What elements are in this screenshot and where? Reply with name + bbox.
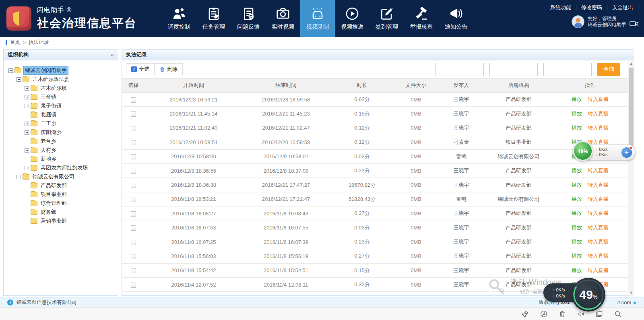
bottom-toolbar-icon[interactable] bbox=[595, 310, 603, 318]
tree-node-label[interactable]: 三台镇 bbox=[39, 93, 58, 101]
play-link[interactable]: 播放 bbox=[572, 253, 582, 259]
row-checkbox[interactable] bbox=[131, 240, 136, 245]
breadcrumb-home[interactable]: 首页 bbox=[10, 39, 20, 46]
bottom-toolbar-icon[interactable] bbox=[614, 310, 622, 318]
tree-node-label[interactable]: 兵团农六师红旗农场 bbox=[39, 164, 89, 172]
tree-expander-icon[interactable] bbox=[25, 104, 29, 108]
play-link[interactable]: 播放 bbox=[572, 196, 582, 202]
to-live-link[interactable]: 转入直播 bbox=[588, 125, 609, 131]
nav-item[interactable]: 视频录制 bbox=[300, 0, 335, 37]
to-live-link[interactable]: 转入直播 bbox=[588, 267, 609, 273]
query-button[interactable]: 查询 bbox=[597, 63, 620, 76]
play-link[interactable]: 播放 bbox=[572, 111, 582, 117]
tree-expander-icon[interactable] bbox=[25, 122, 29, 126]
play-link[interactable]: 播放 bbox=[572, 96, 582, 102]
to-live-link[interactable]: 转入直播 bbox=[588, 210, 609, 216]
row-checkbox[interactable] bbox=[131, 225, 136, 231]
bottom-toolbar-icon[interactable] bbox=[540, 310, 548, 318]
tree-expander-icon[interactable] bbox=[25, 166, 29, 170]
tree-node-label[interactable]: 锦诚云创闪电助手 bbox=[23, 66, 68, 75]
row-checkbox[interactable] bbox=[131, 97, 136, 103]
tree-node-label[interactable]: 泉子街镇 bbox=[39, 102, 63, 110]
tree-node: 综合管理部 bbox=[4, 199, 118, 208]
tree-node-label[interactable]: 项目事业部 bbox=[39, 190, 68, 198]
tree-node-label[interactable]: 产品研发部 bbox=[39, 182, 68, 190]
to-live-link[interactable]: 转入直播 bbox=[588, 196, 609, 202]
tree-node-label[interactable]: 综合管理部 bbox=[39, 199, 68, 207]
tree-node-label[interactable]: 北庭镇 bbox=[39, 111, 58, 119]
filter-input-3[interactable] bbox=[543, 63, 592, 76]
sidebar-collapse-icon[interactable]: « bbox=[111, 52, 114, 58]
row-checkbox[interactable] bbox=[131, 183, 136, 188]
duration-cell: 0.12分 bbox=[329, 121, 395, 135]
play-link[interactable]: 播放 bbox=[572, 182, 582, 188]
select-all-button[interactable]: ✓ 全选 bbox=[126, 63, 155, 75]
to-live-link[interactable]: 转入直播 bbox=[588, 96, 609, 102]
tree-node-label[interactable]: 庆阳湖乡 bbox=[39, 128, 63, 136]
nav-item[interactable]: 签到管理 bbox=[369, 0, 404, 37]
tree-node-label[interactable]: 老台乡 bbox=[39, 137, 58, 145]
nav-item[interactable]: 通知公告 bbox=[439, 0, 473, 37]
play-link[interactable]: 播放 bbox=[572, 125, 582, 131]
dark-percent-ball[interactable]: 49 % bbox=[572, 278, 605, 312]
row-checkbox[interactable] bbox=[131, 140, 136, 145]
tree-node-label[interactable]: 营销事业部 bbox=[39, 217, 68, 225]
org-cell: 产品研发部 bbox=[485, 121, 552, 135]
top-link[interactable]: 系统功能 bbox=[545, 4, 576, 11]
scroll-down-arrow-icon[interactable]: ▼ bbox=[628, 290, 634, 296]
play-link[interactable]: 播放 bbox=[572, 167, 582, 173]
tree-node-label[interactable]: 大有乡 bbox=[39, 146, 58, 154]
tree-node-label[interactable]: 财务部 bbox=[39, 208, 58, 216]
tree-node-label[interactable]: 新地乡 bbox=[39, 155, 58, 163]
memory-percent-ball[interactable]: 49% bbox=[573, 141, 593, 161]
row-checkbox[interactable] bbox=[131, 111, 136, 117]
nav-item[interactable]: 任务管理 bbox=[196, 0, 231, 37]
play-link[interactable]: 播放 bbox=[572, 225, 582, 231]
nav-item[interactable]: 举报核查 bbox=[404, 0, 439, 37]
play-link[interactable]: 播放 bbox=[572, 210, 582, 216]
tree-node-label[interactable]: 锦诚云创有限公司 bbox=[31, 173, 76, 181]
to-live-link[interactable]: 转入直播 bbox=[588, 167, 609, 173]
bottom-toolbar-icon[interactable] bbox=[558, 310, 566, 318]
row-checkbox[interactable] bbox=[131, 283, 136, 288]
vertical-scrollbar[interactable]: ▲ ▼ bbox=[628, 61, 634, 296]
nav-item[interactable]: 视频推送 bbox=[335, 0, 369, 37]
row-checkbox[interactable] bbox=[131, 169, 136, 174]
tree-node-label[interactable]: 吉木萨尔镇 bbox=[39, 84, 68, 92]
nav-item[interactable]: 问题反馈 bbox=[231, 0, 266, 37]
to-live-link[interactable]: 转入直播 bbox=[588, 239, 609, 245]
row-checkbox[interactable] bbox=[131, 268, 136, 273]
to-live-link[interactable]: 转入直播 bbox=[588, 225, 609, 231]
tree-expander-icon[interactable] bbox=[25, 148, 29, 153]
top-link[interactable]: 修改密码 bbox=[576, 4, 607, 11]
row-checkbox[interactable] bbox=[131, 126, 136, 131]
bottom-toolbar-icon[interactable] bbox=[521, 310, 529, 318]
tree-expander-icon[interactable] bbox=[8, 68, 13, 73]
filter-input-1[interactable] bbox=[436, 63, 484, 76]
row-checkbox[interactable] bbox=[131, 254, 136, 259]
to-live-link[interactable]: 转入直播 bbox=[588, 111, 609, 117]
tree-expander-icon[interactable] bbox=[17, 175, 21, 179]
filter-input-2[interactable] bbox=[489, 63, 538, 76]
to-live-link[interactable]: 转入直播 bbox=[588, 253, 609, 259]
top-link[interactable]: 安全退出 bbox=[607, 4, 638, 11]
row-checkbox[interactable] bbox=[131, 197, 136, 202]
delete-button[interactable]: 删除 bbox=[155, 63, 183, 75]
file-size-cell: 0MB bbox=[395, 263, 437, 277]
scroll-up-arrow-icon[interactable]: ▲ bbox=[628, 61, 634, 67]
start-time-cell: 2016/11/8 16:07:25 bbox=[144, 235, 243, 249]
row-checkbox[interactable] bbox=[131, 154, 136, 159]
play-link[interactable]: 播放 bbox=[572, 239, 582, 245]
play-link[interactable]: 播放 bbox=[572, 267, 582, 273]
tree-expander-icon[interactable] bbox=[25, 86, 29, 91]
avatar[interactable] bbox=[572, 15, 584, 28]
tree-expander-icon[interactable] bbox=[25, 95, 29, 99]
to-live-link[interactable]: 转入直播 bbox=[588, 182, 609, 188]
tree-expander-icon[interactable] bbox=[25, 130, 29, 135]
tree-node-label[interactable]: 吉木萨尔政法委 bbox=[31, 75, 70, 83]
nav-item[interactable]: 调度控制 bbox=[162, 0, 196, 37]
tree-expander-icon[interactable] bbox=[17, 77, 21, 82]
nav-item[interactable]: 实时视频 bbox=[266, 0, 300, 37]
tree-node-label[interactable]: 二工乡 bbox=[39, 120, 58, 128]
row-checkbox[interactable] bbox=[131, 211, 136, 217]
